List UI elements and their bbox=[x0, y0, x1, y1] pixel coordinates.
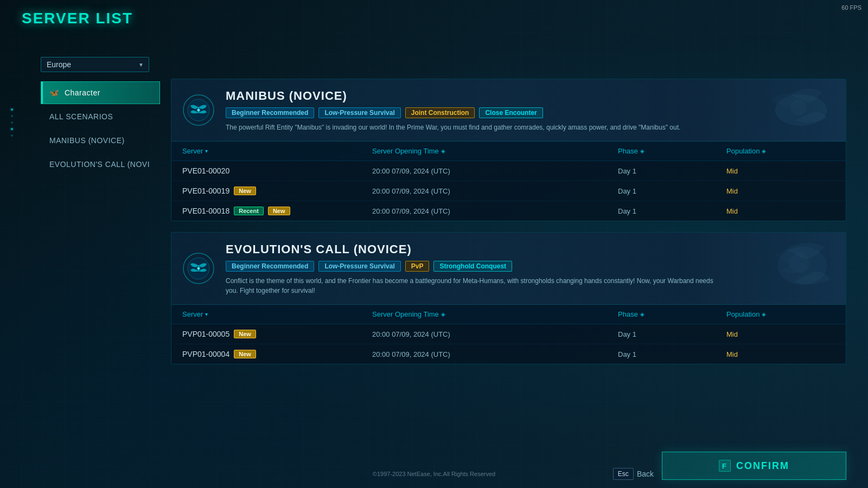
tag-low-pressure-survival-2: Low-Pressure Survival bbox=[318, 261, 400, 272]
server-phase-pvp01-00005: Day 1 bbox=[618, 330, 726, 338]
badge-new: New bbox=[268, 207, 290, 215]
deco-dot bbox=[11, 128, 13, 130]
sidebar-item-all-scenarios[interactable]: ALL SCENARIOS bbox=[41, 105, 160, 128]
back-label: Back bbox=[637, 470, 654, 478]
region-dropdown-wrap: Europe North America Asia South America bbox=[41, 57, 149, 72]
server-name-text: PVP01-00004 bbox=[182, 350, 229, 358]
fps-counter: 60 FPS bbox=[841, 4, 861, 11]
server-time-pve01-00019: 20:00 07/09, 2024 (UTC) bbox=[372, 187, 618, 195]
header-population-manibus[interactable]: Population ◈ bbox=[726, 147, 835, 155]
deco-dot bbox=[11, 121, 13, 124]
table-header-evolutions-call: Server ▾ Server Opening Time ◈ Phase ◈ P… bbox=[171, 305, 846, 324]
header-population-label: Population bbox=[726, 310, 760, 318]
server-time-pve01-00018: 20:00 07/09, 2024 (UTC) bbox=[372, 207, 618, 215]
server-population-pvp01-00004: Mid bbox=[726, 350, 835, 358]
table-row[interactable]: PVP01-00004 New 20:00 07/09, 2024 (UTC) … bbox=[171, 344, 846, 364]
group-tags-manibus: Beginner Recommended Low-Pressure Surviv… bbox=[226, 107, 835, 118]
server-group-evolutions-call: EVOLUTION'S CALL (NOVICE) Beginner Recom… bbox=[171, 232, 846, 364]
group-icon-manibus bbox=[180, 91, 218, 129]
sidebar-item-character[interactable]: 🦋 Character bbox=[41, 81, 160, 104]
server-population-pvp01-00005: Mid bbox=[726, 330, 835, 338]
server-name-text: PVP01-00005 bbox=[182, 330, 229, 338]
sidebar-item-manibus-label: MANIBUS (NOVICE) bbox=[49, 136, 125, 145]
tag-beginner-recommended: Beginner Recommended bbox=[226, 107, 314, 118]
copyright: ©1997-2023 NetEase, Inc.All Rights Reser… bbox=[373, 471, 495, 477]
table-row[interactable]: PVP01-00005 New 20:00 07/09, 2024 (UTC) … bbox=[171, 324, 846, 344]
server-name-pvp01-00005: PVP01-00005 New bbox=[182, 330, 372, 338]
server-name-text: PVE01-00020 bbox=[182, 166, 229, 175]
table-row[interactable]: PVE01-00019 New 20:00 07/09, 2024 (UTC) … bbox=[171, 181, 846, 201]
sort-icon: ◈ bbox=[640, 148, 644, 154]
header-phase-label: Phase bbox=[618, 147, 638, 155]
sort-icon: ◈ bbox=[762, 148, 766, 154]
group-desc-manibus: The powerful Rift Entity "Manibus" is in… bbox=[226, 123, 714, 132]
decorative-dots bbox=[11, 108, 13, 137]
group-icon-evolutions-call bbox=[180, 249, 218, 287]
server-table-manibus: Server ▾ Server Opening Time ◈ Phase ◈ P… bbox=[171, 142, 846, 221]
sort-icon: ▾ bbox=[205, 311, 208, 317]
server-time-pvp01-00005: 20:00 07/09, 2024 (UTC) bbox=[372, 330, 618, 338]
region-dropdown[interactable]: Europe North America Asia South America bbox=[41, 57, 149, 72]
sort-icon: ◈ bbox=[640, 311, 644, 317]
group-title-evolutions-call: EVOLUTION'S CALL (NOVICE) bbox=[226, 242, 835, 256]
server-name-pve01-00018: PVE01-00018 Recent New bbox=[182, 207, 372, 215]
sidebar-item-character-label: Character bbox=[65, 88, 100, 97]
butterfly-icon: 🦋 bbox=[49, 88, 59, 97]
header-server-label: Server bbox=[182, 147, 203, 155]
table-row[interactable]: PVE01-00020 20:00 07/09, 2024 (UTC) Day … bbox=[171, 161, 846, 181]
header-phase-manibus[interactable]: Phase ◈ bbox=[618, 147, 726, 155]
confirm-label: CONFIRM bbox=[736, 460, 789, 472]
confirm-key-hint: F bbox=[719, 460, 731, 472]
server-phase-pve01-00019: Day 1 bbox=[618, 187, 726, 195]
tag-stronghold-conquest: Stronghold Conquest bbox=[433, 261, 512, 272]
group-header-evolutions-call: EVOLUTION'S CALL (NOVICE) Beginner Recom… bbox=[171, 233, 846, 305]
tag-beginner-recommended-2: Beginner Recommended bbox=[226, 261, 314, 272]
sidebar-item-evolutions-call-label: EVOLUTION'S CALL (NOVI bbox=[49, 160, 150, 169]
header-time-manibus[interactable]: Server Opening Time ◈ bbox=[372, 147, 618, 155]
server-group-manibus: MANIBUS (NOVICE) Beginner Recommended Lo… bbox=[171, 79, 846, 221]
main-content: MANIBUS (NOVICE) Beginner Recommended Lo… bbox=[171, 79, 846, 439]
server-table-evolutions-call: Server ▾ Server Opening Time ◈ Phase ◈ P… bbox=[171, 305, 846, 364]
page-title: SERVER LIST bbox=[22, 10, 133, 27]
sidebar-item-manibus[interactable]: MANIBUS (NOVICE) bbox=[41, 129, 160, 152]
header-time-label: Server Opening Time bbox=[372, 310, 439, 318]
header-time-evolutions[interactable]: Server Opening Time ◈ bbox=[372, 310, 618, 318]
server-name-pve01-00020: PVE01-00020 bbox=[182, 166, 372, 175]
header-time-label: Server Opening Time bbox=[372, 147, 439, 155]
back-key: Esc bbox=[613, 468, 634, 480]
back-button[interactable]: Esc Back bbox=[613, 468, 654, 480]
server-phase-pve01-00018: Day 1 bbox=[618, 207, 726, 215]
server-time-pvp01-00004: 20:00 07/09, 2024 (UTC) bbox=[372, 350, 618, 358]
table-row[interactable]: PVE01-00018 Recent New 20:00 07/09, 2024… bbox=[171, 201, 846, 221]
server-name-text: PVE01-00018 bbox=[182, 207, 229, 215]
server-name-pvp01-00004: PVP01-00004 New bbox=[182, 350, 372, 358]
server-population-pve01-00019: Mid bbox=[726, 187, 835, 195]
server-phase-pve01-00020: Day 1 bbox=[618, 167, 726, 175]
sidebar-item-all-scenarios-label: ALL SCENARIOS bbox=[49, 112, 113, 121]
header-phase-label: Phase bbox=[618, 310, 638, 318]
svg-point-6 bbox=[198, 110, 200, 111]
header-server-evolutions[interactable]: Server ▾ bbox=[182, 310, 372, 318]
group-title-manibus: MANIBUS (NOVICE) bbox=[226, 89, 835, 103]
svg-point-13 bbox=[198, 268, 200, 269]
server-name-pve01-00019: PVE01-00019 New bbox=[182, 187, 372, 195]
tag-low-pressure-survival: Low-Pressure Survival bbox=[318, 107, 400, 118]
header-phase-evolutions[interactable]: Phase ◈ bbox=[618, 310, 726, 318]
tag-pvp: PvP bbox=[405, 261, 430, 272]
sidebar-item-evolutions-call[interactable]: EVOLUTION'S CALL (NOVI bbox=[41, 153, 160, 176]
badge-recent: Recent bbox=[234, 207, 264, 215]
table-header-manibus: Server ▾ Server Opening Time ◈ Phase ◈ P… bbox=[171, 142, 846, 161]
group-tags-evolutions-call: Beginner Recommended Low-Pressure Surviv… bbox=[226, 261, 835, 272]
sort-icon: ◈ bbox=[762, 311, 766, 317]
confirm-button[interactable]: F CONFIRM bbox=[662, 452, 846, 480]
server-phase-pvp01-00004: Day 1 bbox=[618, 350, 726, 358]
sort-icon: ◈ bbox=[441, 311, 445, 317]
server-time-pve01-00020: 20:00 07/09, 2024 (UTC) bbox=[372, 167, 618, 175]
badge-new: New bbox=[234, 187, 256, 195]
header-server-manibus[interactable]: Server ▾ bbox=[182, 147, 372, 155]
badge-new: New bbox=[234, 350, 256, 358]
sidebar: 🦋 Character ALL SCENARIOS MANIBUS (NOVIC… bbox=[41, 81, 160, 176]
server-name-text: PVE01-00019 bbox=[182, 187, 229, 195]
header-population-evolutions[interactable]: Population ◈ bbox=[726, 310, 835, 318]
badge-new: New bbox=[234, 330, 256, 338]
